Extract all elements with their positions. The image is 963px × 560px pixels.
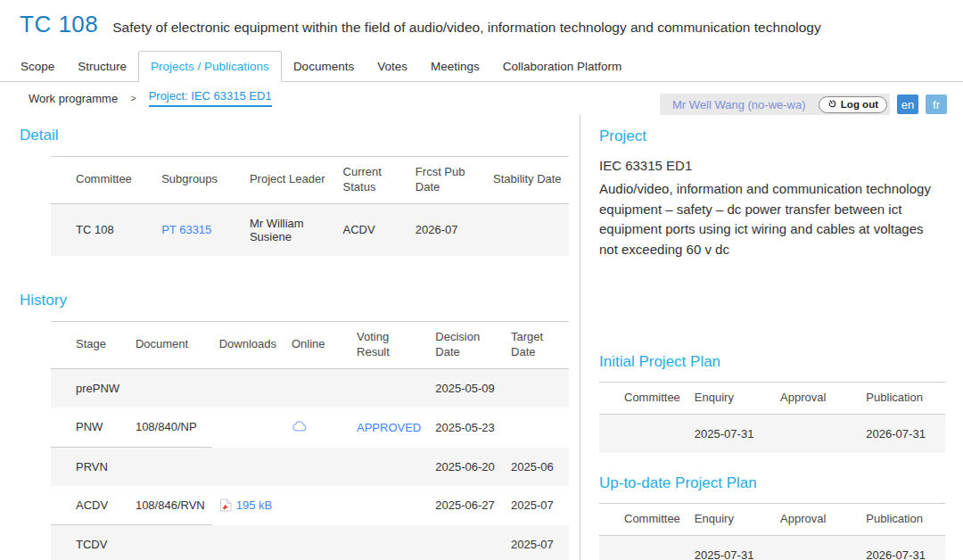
- detail-col-committee: Committee: [51, 157, 154, 204]
- document-cell: 108/840/NP: [128, 408, 212, 448]
- detail-project-leader: Mr William Susiene: [243, 203, 336, 256]
- downloads-cell: 195 kB: [212, 486, 284, 525]
- plan-publication-cell: 2026-07-31: [859, 414, 945, 453]
- detail-col-subgroups: Subgroups: [154, 157, 243, 204]
- detail-frcst-pub-date: 2026-07: [408, 203, 486, 256]
- online-cell: [284, 525, 350, 560]
- initial-plan-heading: Initial Project Plan: [599, 353, 945, 371]
- target-date-cell: [504, 368, 569, 408]
- voting-result-cell: [350, 368, 428, 408]
- user-link[interactable]: Mr Well Wang (no-we-wa): [672, 98, 806, 111]
- logout-label: Log out: [841, 99, 878, 110]
- uptodate-plan-table: Committee Enquiry Approval Publication 2…: [599, 503, 945, 560]
- decision-date-cell: [428, 525, 504, 560]
- page-header: TC 108 Safety of electronic equipment wi…: [0, 0, 963, 38]
- right-panel: Project IEC 63315 ED1 Audio/video, infor…: [580, 115, 963, 560]
- history-row-tcdv: TCDV 2025-07: [51, 525, 569, 560]
- project-description: Audio/video, information and communicati…: [599, 179, 945, 259]
- detail-header-row: Committee Subgroups Project Leader Curre…: [51, 157, 569, 204]
- voting-result-link[interactable]: APPROVED: [357, 421, 421, 434]
- document-cell: [128, 525, 212, 560]
- online-cell: [284, 448, 350, 487]
- tab-collaboration-platform[interactable]: Collaboration Platform: [491, 52, 634, 81]
- downloads-cell: [212, 368, 284, 408]
- stage-cell: TCDV: [51, 525, 128, 560]
- history-heading: History: [20, 292, 569, 309]
- detail-col-project-leader: Project Leader: [243, 157, 336, 204]
- plan-col-committee: Committee: [599, 383, 687, 415]
- detail-col-frcst-pub-date: Frcst Pub Date: [408, 157, 486, 204]
- history-col-downloads: Downloads: [212, 321, 284, 368]
- plan-publication-cell: 2026-07-31: [859, 535, 945, 560]
- stage-cell: prePNW: [51, 368, 128, 408]
- main-content: Mr Well Wang (no-we-wa) Log out en fr Wo…: [0, 82, 963, 560]
- voting-result-cell: [350, 486, 428, 525]
- plan-col-approval: Approval: [773, 503, 859, 535]
- decision-date-cell: 2025-05-09: [428, 368, 504, 408]
- detail-stability-date: [486, 203, 569, 256]
- online-cell: [284, 486, 350, 525]
- power-icon: [827, 99, 837, 111]
- user-zone: Mr Well Wang (no-we-wa) Log out en fr: [660, 94, 947, 115]
- plan-approval-cell: [773, 414, 859, 453]
- detail-row: TC 108 PT 63315 Mr William Susiene ACDV …: [51, 203, 569, 256]
- tab-meetings[interactable]: Meetings: [419, 52, 491, 81]
- target-date-cell: 2025-07: [504, 486, 569, 525]
- initial-plan-header-row: Committee Enquiry Approval Publication: [599, 383, 945, 415]
- committee-title: TC 108: [20, 11, 98, 38]
- downloads-cell: [212, 408, 284, 448]
- target-date-cell: 2025-06: [504, 448, 569, 487]
- initial-plan-row: 2025-07-31 2026-07-31: [599, 414, 945, 453]
- plan-approval-cell: [773, 535, 859, 560]
- history-col-target-date: Target Date: [504, 321, 569, 368]
- decision-date-cell: 2025-06-27: [428, 486, 504, 525]
- plan-col-publication: Publication: [859, 383, 945, 415]
- tab-votes[interactable]: Votes: [366, 52, 419, 81]
- stage-cell: PNW: [51, 408, 128, 448]
- plan-enquiry-cell: 2025-07-31: [687, 535, 773, 560]
- history-col-decision-date: Decision Date: [428, 321, 504, 368]
- plan-col-publication: Publication: [859, 503, 945, 535]
- downloads-cell: [212, 525, 284, 560]
- language-button-en[interactable]: en: [897, 95, 918, 114]
- download-link[interactable]: 195 kB: [236, 498, 272, 512]
- uptodate-plan-header-row: Committee Enquiry Approval Publication: [599, 503, 945, 535]
- plan-col-committee: Committee: [599, 503, 687, 535]
- pdf-icon: [219, 498, 232, 512]
- plan-committee-cell: [599, 414, 687, 453]
- logout-button[interactable]: Log out: [819, 96, 887, 113]
- breadcrumb-current-project[interactable]: Project: IEC 63315 ED1: [149, 89, 272, 107]
- plan-enquiry-cell: 2025-07-31: [687, 414, 773, 453]
- detail-table: Committee Subgroups Project Leader Curre…: [51, 156, 569, 256]
- history-row-acdv: ACDV 108/846/RVN 195 kB: [51, 486, 569, 525]
- history-row-prepnw: prePNW 2025-05-09: [51, 368, 569, 408]
- downloads-cell: [212, 448, 284, 487]
- history-header-row: Stage Document Downloads Online Voting R…: [51, 321, 569, 368]
- document-cell: 108/846/RVN: [128, 486, 212, 525]
- left-panel: Work programme > Project: IEC 63315 ED1 …: [0, 82, 580, 560]
- history-table: Stage Document Downloads Online Voting R…: [51, 321, 569, 560]
- initial-plan-table: Committee Enquiry Approval Publication 2…: [599, 382, 945, 453]
- tab-structure[interactable]: Structure: [66, 52, 138, 81]
- tab-documents[interactable]: Documents: [282, 52, 366, 81]
- plan-col-enquiry: Enquiry: [687, 383, 773, 415]
- language-button-fr[interactable]: fr: [926, 95, 947, 114]
- subgroup-link[interactable]: PT 63315: [161, 223, 211, 236]
- detail-col-current-status: Current Status: [336, 157, 408, 204]
- tab-scope[interactable]: Scope: [9, 52, 66, 81]
- tab-projects-publications[interactable]: Projects / Publications: [138, 51, 282, 82]
- voting-result-cell: [350, 448, 428, 487]
- online-cell: [284, 408, 350, 448]
- project-heading: Project: [599, 128, 945, 145]
- plan-committee-cell: [599, 535, 687, 560]
- history-row-prvn: PRVN 2025-06-20 2025-06: [51, 448, 569, 487]
- cloud-icon[interactable]: [292, 420, 308, 432]
- breadcrumb-separator: >: [130, 93, 136, 103]
- target-date-cell: 2025-07: [504, 525, 569, 560]
- stage-cell: PRVN: [51, 448, 128, 487]
- detail-col-stability-date: Stability Date: [486, 157, 569, 204]
- detail-heading: Detail: [20, 127, 569, 144]
- breadcrumb-work-programme[interactable]: Work programme: [29, 92, 118, 105]
- plan-col-approval: Approval: [773, 383, 859, 415]
- committee-subtitle: Safety of electronic equipment within th…: [112, 20, 820, 36]
